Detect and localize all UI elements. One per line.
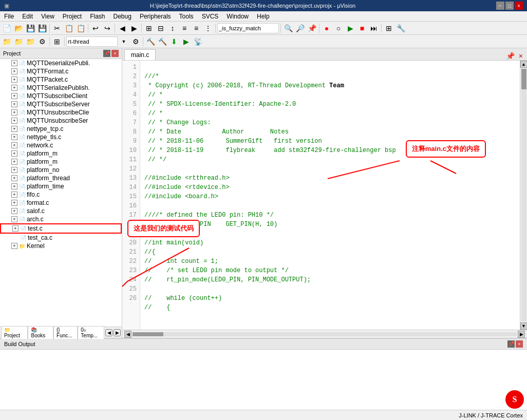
- expand-icon[interactable]: +: [11, 183, 17, 189]
- scroll-left-h-btn[interactable]: ◀: [124, 331, 131, 338]
- menu-tools[interactable]: Tools: [175, 12, 198, 21]
- scroll-left-btn[interactable]: ◀: [105, 329, 112, 336]
- scroll-right-h-btn[interactable]: ▶: [518, 331, 525, 338]
- forward-button[interactable]: ▶: [128, 23, 140, 34]
- save-all-button[interactable]: 💾: [36, 23, 48, 34]
- back-button[interactable]: ◀: [117, 23, 128, 34]
- h-scroll-track[interactable]: [133, 332, 517, 336]
- search-btn-2[interactable]: 🔎: [294, 23, 306, 34]
- search-btn-1[interactable]: 🔍: [283, 23, 294, 34]
- tree-item-platform-time[interactable]: + 📄 platform_time: [0, 182, 122, 190]
- tree-item-network[interactable]: + 📄 network.c: [0, 141, 122, 149]
- tree-item-mqttunsubscribeclie[interactable]: + 📄 MQTTUnsubscribeClie: [0, 108, 122, 117]
- menu-window[interactable]: Window: [222, 12, 253, 21]
- tree-item-mqttserialize[interactable]: + 📄 MQTTSerializePublish.: [0, 84, 122, 92]
- expand-icon[interactable]: +: [11, 77, 17, 83]
- tb-btn-4[interactable]: ≡: [179, 23, 190, 34]
- tab-pin-icon[interactable]: 📌: [504, 52, 517, 60]
- tree-item-platform-no[interactable]: + 📄 platform_no: [0, 166, 122, 174]
- tab-temp[interactable]: 0₀ Temp...: [78, 326, 104, 339]
- circle-btn-2[interactable]: ○: [333, 23, 344, 34]
- tree-item-arch[interactable]: + 📄 arch.c: [0, 215, 122, 223]
- expand-icon[interactable]: +: [11, 216, 17, 222]
- run-btn[interactable]: ▶: [345, 23, 356, 34]
- redo-button[interactable]: ↪: [102, 23, 113, 34]
- tree-item-salof[interactable]: + 📄 salof.c: [0, 207, 122, 215]
- cut-button[interactable]: ✂: [51, 23, 63, 34]
- new-file-button[interactable]: 📄: [1, 23, 12, 34]
- expand-icon[interactable]: +: [11, 101, 17, 107]
- grid-btn[interactable]: ⊞: [383, 23, 394, 34]
- expand-icon[interactable]: +: [11, 142, 17, 148]
- minimize-button[interactable]: −: [496, 2, 504, 10]
- tab-books[interactable]: 📚 Books: [28, 326, 53, 339]
- tree-item-platform-m1[interactable]: + 📄 platform_m: [0, 149, 122, 158]
- search-btn-3[interactable]: 📌: [306, 23, 317, 34]
- tb2-btn-2[interactable]: 📁: [13, 36, 24, 47]
- tab-func[interactable]: {} Func...: [53, 326, 78, 339]
- expand-icon[interactable]: +: [11, 109, 17, 116]
- expand-icon[interactable]: +: [11, 60, 17, 66]
- menu-view[interactable]: View: [37, 12, 59, 21]
- tree-item-platform-thread[interactable]: + 📄 platform_thread: [0, 174, 122, 182]
- expand-icon[interactable]: +: [11, 243, 17, 249]
- expand-icon[interactable]: +: [11, 192, 17, 198]
- tb2-btn-1[interactable]: 📁: [1, 36, 12, 47]
- build-btn[interactable]: 🔨: [145, 36, 156, 47]
- expand-icon[interactable]: +: [11, 208, 17, 214]
- tab-main-c[interactable]: main.c: [124, 49, 156, 60]
- scroll-right-btn[interactable]: ▶: [114, 329, 121, 336]
- tb-btn-6[interactable]: ⋮: [202, 23, 214, 34]
- tb-btn-5[interactable]: ≡: [191, 23, 202, 34]
- menu-debug[interactable]: Debug: [109, 12, 136, 21]
- tb2-btn-5[interactable]: ⊞: [51, 36, 63, 47]
- expand-icon[interactable]: +: [11, 126, 17, 132]
- expand-icon[interactable]: +: [11, 167, 17, 173]
- expand-icon[interactable]: +: [11, 200, 17, 206]
- tb2-btn-7[interactable]: 📡: [192, 36, 203, 47]
- open-button[interactable]: 📂: [13, 23, 24, 34]
- scroll-up-btn[interactable]: ▲: [520, 61, 528, 68]
- tree-item-mqttformat[interactable]: + 📄 MQTTFormat.c: [0, 67, 122, 75]
- download-btn[interactable]: ⬇: [168, 36, 180, 47]
- tree-item-nettype-tls[interactable]: + 📄 nettype_tls.c: [0, 133, 122, 141]
- step-btn[interactable]: ⏭: [368, 23, 380, 34]
- tb2-btn-6[interactable]: ⚙: [130, 36, 141, 47]
- expand-icon[interactable]: +: [11, 85, 17, 91]
- menu-help[interactable]: Help: [253, 12, 274, 21]
- tree-item-nettype-tcp[interactable]: + 📄 nettype_tcp.c: [0, 125, 122, 133]
- expand-icon[interactable]: +: [11, 134, 17, 140]
- extra-btn[interactable]: 🔧: [395, 23, 406, 34]
- h-scroll-thumb[interactable]: [133, 332, 163, 336]
- expand-icon[interactable]: +: [11, 68, 17, 74]
- build-panel-close-btn[interactable]: ×: [516, 340, 523, 348]
- tree-item-mqttsubscribeserver[interactable]: + 📄 MQTTSubscribeServer: [0, 100, 122, 108]
- tree-item-format[interactable]: + 📄 format.c: [0, 199, 122, 207]
- expand-icon[interactable]: +: [11, 175, 17, 181]
- build-panel-pin-btn[interactable]: 📌: [507, 340, 515, 348]
- copy-button[interactable]: 📋: [63, 23, 74, 34]
- expand-icon[interactable]: +: [11, 150, 17, 157]
- rebuild-btn[interactable]: 🔨: [157, 36, 168, 47]
- debug-btn[interactable]: ▶: [180, 36, 192, 47]
- tb-btn-1[interactable]: ⊞: [143, 23, 155, 34]
- tree-item-platform-m2[interactable]: + 📄 platform_m: [0, 158, 122, 166]
- tree-item-fifo[interactable]: + 📄 fifo.c: [0, 190, 122, 199]
- paste-button[interactable]: 📋: [75, 23, 86, 34]
- scroll-down-btn[interactable]: ▼: [520, 322, 528, 330]
- stop-btn[interactable]: ■: [356, 23, 368, 34]
- undo-button[interactable]: ↩: [90, 23, 101, 34]
- tree-item-mqttdeserialize[interactable]: + 📄 MQTTDeserializePubli.: [0, 59, 122, 67]
- dropdown-btn[interactable]: ▼: [118, 36, 129, 47]
- close-window-button[interactable]: ×: [515, 2, 523, 10]
- tb2-btn-4[interactable]: ⚙: [36, 36, 48, 47]
- tree-item-mqttsubscribeclient[interactable]: + 📄 MQTTSubscribeClient: [0, 92, 122, 100]
- search-input[interactable]: [217, 23, 279, 33]
- tb-btn-2[interactable]: ⊟: [155, 23, 166, 34]
- expand-icon[interactable]: +: [11, 159, 17, 165]
- tree-item-kernel[interactable]: + 📁 Kernel: [0, 242, 122, 250]
- expand-icon[interactable]: +: [12, 225, 18, 232]
- circle-btn[interactable]: ●: [321, 23, 332, 34]
- tree-item-test[interactable]: + 📄 test.c: [0, 223, 122, 234]
- menu-peripherals[interactable]: Peripherals: [136, 12, 175, 21]
